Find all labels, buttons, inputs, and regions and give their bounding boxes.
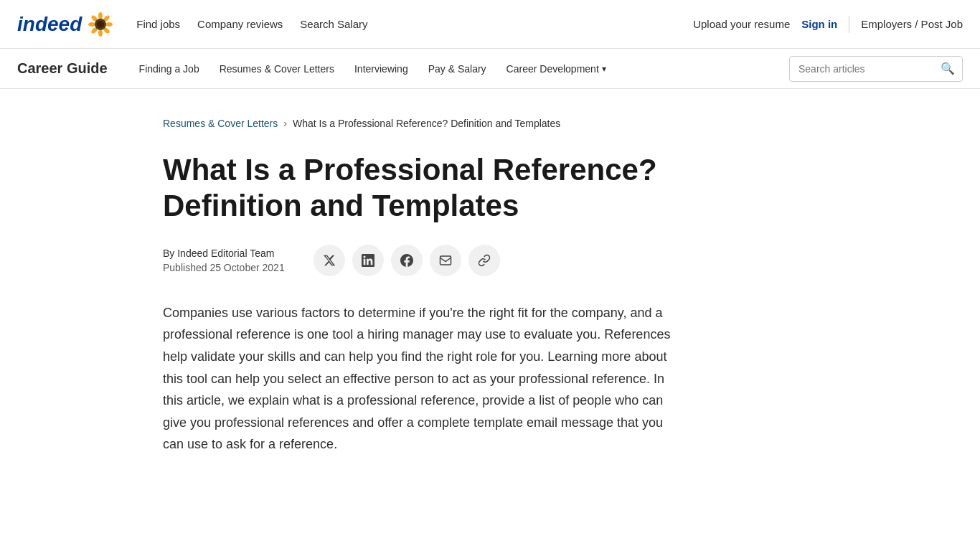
breadcrumb: Resumes & Cover Letters › What Is a Prof… (163, 118, 817, 129)
facebook-icon (400, 254, 413, 267)
share-twitter-button[interactable] (314, 245, 345, 276)
finding-a-job-link[interactable]: Finding a Job (131, 49, 208, 89)
author-name: By Indeed Editorial Team (163, 248, 285, 259)
logo-text: indeed (17, 13, 82, 36)
linkedin-icon (362, 254, 374, 267)
upload-resume-link[interactable]: Upload your resume (693, 18, 790, 30)
link-icon (478, 254, 491, 267)
employers-link[interactable]: Employers / Post Job (861, 18, 963, 30)
email-icon (439, 254, 452, 267)
svg-point-6 (88, 22, 95, 27)
svg-point-2 (105, 22, 113, 27)
share-buttons (314, 245, 500, 276)
flower-logo-icon (88, 11, 113, 37)
share-facebook-button[interactable] (391, 245, 423, 276)
breadcrumb-current: What Is a Professional Reference? Defini… (293, 118, 560, 129)
pay-salary-link[interactable]: Pay & Salary (420, 49, 495, 89)
top-navigation: indeed Find jobs Company reviews Search … (0, 0, 980, 49)
main-content: Resumes & Cover Letters › What Is a Prof… (146, 89, 834, 513)
top-nav-right: Upload your resume Sign in Employers / P… (693, 16, 963, 33)
breadcrumb-separator: › (283, 118, 287, 129)
article-title: What Is a Professional Reference? Defini… (163, 152, 694, 225)
career-guide-title: Career Guide (17, 60, 108, 77)
sign-in-button[interactable]: Sign in (801, 18, 837, 30)
share-linkedin-button[interactable] (352, 245, 384, 276)
published-date: Published 25 October 2021 (163, 262, 285, 273)
chevron-down-icon: ▾ (602, 64, 606, 74)
share-email-button[interactable] (430, 245, 461, 276)
search-salary-link[interactable]: Search Salary (300, 18, 367, 30)
share-link-button[interactable] (468, 245, 500, 276)
secondary-navigation: Career Guide Finding a Job Resumes & Cov… (0, 49, 980, 89)
breadcrumb-parent-link[interactable]: Resumes & Cover Letters (163, 118, 278, 129)
search-articles-button[interactable]: 🔍 (933, 62, 962, 75)
resumes-cover-letters-link[interactable]: Resumes & Cover Letters (211, 49, 343, 89)
svg-rect-10 (440, 256, 451, 265)
svg-point-4 (98, 29, 103, 37)
career-development-link[interactable]: Career Development ▾ (498, 49, 615, 89)
twitter-icon (323, 254, 336, 267)
author-info: By Indeed Editorial Team Published 25 Oc… (163, 248, 285, 273)
nav-divider (849, 16, 849, 33)
top-nav-links: Find jobs Company reviews Search Salary (136, 18, 693, 30)
svg-point-9 (97, 21, 104, 28)
article-body: Companies use various factors to determi… (163, 302, 679, 456)
author-share-row: By Indeed Editorial Team Published 25 Oc… (163, 245, 817, 276)
find-jobs-link[interactable]: Find jobs (136, 18, 180, 30)
search-icon: 🔍 (941, 62, 955, 75)
search-articles-container: 🔍 (789, 56, 963, 82)
article-intro-paragraph: Companies use various factors to determi… (163, 302, 679, 456)
interviewing-link[interactable]: Interviewing (346, 49, 417, 89)
search-articles-input[interactable] (790, 63, 933, 75)
company-reviews-link[interactable]: Company reviews (197, 18, 283, 30)
indeed-logo[interactable]: indeed (17, 11, 113, 37)
secondary-nav-links: Finding a Job Resumes & Cover Letters In… (131, 49, 789, 89)
svg-point-0 (98, 12, 103, 19)
